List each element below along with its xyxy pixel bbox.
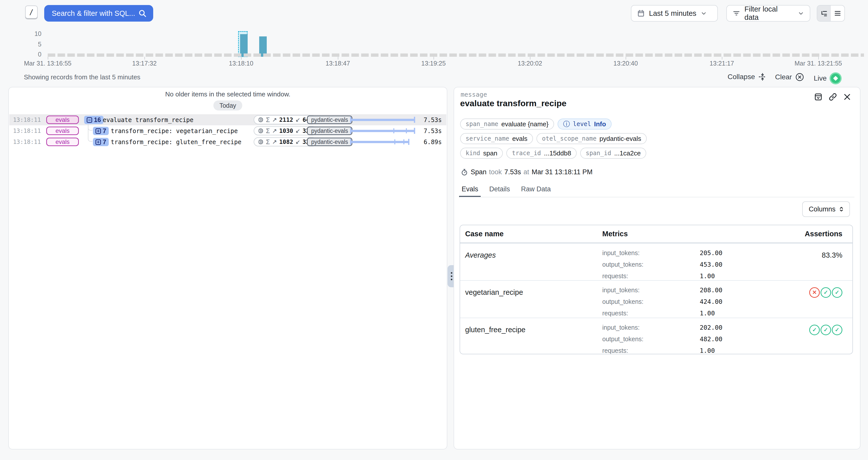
tag-key: trace_id bbox=[512, 150, 541, 157]
duration-bar bbox=[350, 136, 409, 147]
x-axis-tickmark bbox=[48, 57, 48, 60]
duration-text: 7.53s bbox=[424, 128, 442, 135]
metric-value: 205.00 bbox=[700, 249, 722, 257]
x-axis-label: Mar 31. 13:16:55 bbox=[24, 60, 71, 67]
columns-button[interactable]: Columns bbox=[802, 201, 850, 217]
y-axis-tick: 0 bbox=[29, 51, 41, 58]
expand-children-button[interactable]: + 7 bbox=[93, 127, 109, 135]
metric-value: 1.00 bbox=[700, 347, 715, 354]
trace-row-parent[interactable]: 13:18:11 evals − 16 evaluate transform_r… bbox=[9, 114, 446, 125]
slash-shortcut-key: / bbox=[25, 5, 38, 19]
table-row-vegetarian-recipe[interactable]: vegetarian_recipe input_tokens:208.00 ou… bbox=[460, 280, 852, 318]
metric-label: requests: bbox=[602, 347, 700, 354]
span-title[interactable]: transform_recipe: vegetarian_recipe bbox=[111, 128, 238, 135]
span-title[interactable]: evaluate transform_recipe bbox=[103, 117, 193, 124]
sort-chevrons-icon bbox=[838, 206, 845, 213]
input-tokens-count: 1030 bbox=[279, 128, 293, 134]
service-badge[interactable]: evals bbox=[46, 127, 79, 135]
x-axis-label: 13:18:10 bbox=[229, 60, 253, 67]
kind-tag[interactable]: kind span bbox=[460, 147, 503, 159]
time-range-button[interactable]: Last 5 minutes bbox=[631, 5, 718, 22]
collapse-button[interactable]: Collapse bbox=[727, 72, 767, 81]
trace-id-tag[interactable]: trace_id ...15ddb8 bbox=[506, 147, 577, 159]
service-badge[interactable]: evals bbox=[46, 138, 79, 146]
search-icon bbox=[138, 9, 147, 18]
col-header-assertions: Assertions bbox=[783, 230, 852, 238]
clear-button[interactable]: Clear bbox=[775, 72, 804, 82]
assertion-pass-icon[interactable]: ✓ bbox=[832, 287, 842, 298]
calendar-icon bbox=[637, 9, 645, 17]
tree-view-toggle[interactable] bbox=[817, 5, 831, 21]
dock-panel-icon[interactable] bbox=[814, 92, 823, 101]
columns-label: Columns bbox=[809, 205, 836, 213]
output-tokens-arrow-icon: ↙ bbox=[296, 128, 300, 134]
assertion-pass-icon[interactable]: ✓ bbox=[820, 287, 831, 298]
token-coin-icon bbox=[258, 117, 264, 123]
expand-children-button[interactable]: + 7 bbox=[93, 138, 109, 146]
level-tag[interactable]: ⓘ level Info bbox=[558, 119, 612, 130]
trace-row-child[interactable]: 13:18:11 evals + 7 transform_recipe: veg… bbox=[9, 125, 446, 136]
assertion-fail-icon[interactable]: ✕ bbox=[809, 287, 820, 298]
detail-title: evaluate transform_recipe bbox=[460, 98, 566, 108]
list-view-toggle[interactable] bbox=[831, 5, 844, 21]
tag-value: evaluate {name} bbox=[501, 120, 549, 128]
output-tokens-arrow-icon: ↙ bbox=[296, 117, 300, 123]
tag-key: span_name bbox=[466, 121, 498, 128]
assertion-pass-icon[interactable]: ✓ bbox=[809, 325, 820, 335]
table-header-row: Case name Metrics Assertions bbox=[460, 225, 852, 243]
tag-key: kind bbox=[466, 150, 480, 157]
x-axis-label: Mar 31. 13:21:55 bbox=[795, 60, 842, 67]
tag-key: span_id bbox=[586, 150, 611, 157]
live-status-icon bbox=[830, 72, 842, 85]
otel-scope-tag[interactable]: pydantic-evals bbox=[307, 127, 352, 135]
x-axis-tickmark bbox=[434, 57, 434, 60]
search-input[interactable]: Search & filter with SQL... bbox=[44, 5, 153, 22]
filter-local-data-button[interactable]: Filter local data bbox=[726, 5, 810, 22]
col-header-case-name: Case name bbox=[460, 230, 602, 238]
summary-span-word: Span bbox=[471, 168, 487, 176]
tag-value: evals bbox=[512, 135, 527, 143]
tab-raw-data[interactable]: Raw Data bbox=[521, 185, 551, 197]
otel-scope-tag[interactable]: pydantic-evals bbox=[307, 116, 352, 124]
service-badge[interactable]: evals bbox=[46, 116, 79, 124]
view-mode-toggle bbox=[817, 5, 845, 22]
close-icon[interactable] bbox=[843, 93, 851, 101]
table-row-gluten-free-recipe[interactable]: gluten_free_recipe input_tokens:202.00 o… bbox=[460, 318, 852, 354]
trace-row-child[interactable]: 13:18:11 evals + 7 transform_recipe: glu… bbox=[9, 136, 446, 147]
service-name-tag[interactable]: service_name evals bbox=[460, 133, 533, 144]
x-axis-tickmark bbox=[722, 57, 722, 60]
search-placeholder: Search & filter with SQL... bbox=[52, 9, 135, 18]
metric-label: requests: bbox=[602, 272, 700, 280]
showing-records-text: Showing records from the last 5 minutes bbox=[24, 73, 141, 81]
token-coin-icon bbox=[258, 128, 264, 134]
span-name-tag[interactable]: span_name evaluate {name} bbox=[460, 119, 554, 130]
tab-divider bbox=[460, 197, 855, 197]
record-kind-label: message bbox=[461, 91, 487, 98]
x-axis-tickmark bbox=[338, 57, 338, 60]
y-axis-tick: 10 bbox=[29, 30, 41, 37]
live-toggle[interactable]: Live bbox=[814, 72, 842, 85]
assertion-pass-icon[interactable]: ✓ bbox=[820, 325, 831, 335]
table-row-averages[interactable]: Averages input_tokens:205.00 output_toke… bbox=[460, 243, 852, 280]
tab-details[interactable]: Details bbox=[489, 185, 510, 197]
duration-bar bbox=[350, 125, 415, 136]
metric-value: 202.00 bbox=[700, 324, 722, 331]
copy-link-icon[interactable] bbox=[828, 92, 837, 101]
span-title[interactable]: transform_recipe: gluten_free_recipe bbox=[111, 139, 241, 145]
input-tokens-count: 2112 bbox=[279, 117, 293, 123]
collapse-children-button[interactable]: − 16 bbox=[84, 116, 103, 124]
y-axis-tick: 5 bbox=[29, 41, 41, 48]
span-id-tag[interactable]: span_id ...1ca2ce bbox=[580, 147, 646, 159]
otel-scope-tag[interactable]: pydantic-evals bbox=[307, 138, 352, 146]
x-axis-tickmark bbox=[530, 57, 530, 60]
x-axis-label: 13:19:25 bbox=[421, 60, 445, 67]
assertion-pass-icon[interactable]: ✓ bbox=[832, 325, 842, 335]
x-axis-label: 13:20:40 bbox=[613, 60, 638, 67]
child-count: 16 bbox=[94, 116, 101, 124]
tag-value: span bbox=[483, 150, 497, 157]
otel-scope-name-tag[interactable]: otel_scope_name pydantic-evals bbox=[536, 133, 647, 144]
case-name: Averages bbox=[460, 243, 602, 280]
x-axis-tickmark bbox=[145, 57, 145, 60]
tab-evals[interactable]: Evals bbox=[462, 185, 478, 197]
expand-square-icon: + bbox=[95, 128, 101, 134]
